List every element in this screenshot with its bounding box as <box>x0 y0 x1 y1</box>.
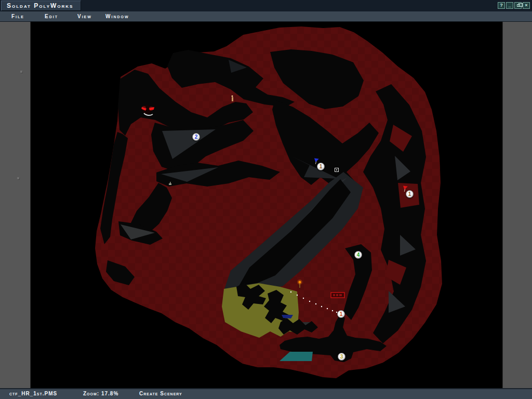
marker-number: 1 <box>320 164 323 169</box>
menu-edit[interactable]: Edit <box>43 12 60 20</box>
marker-number: 1 <box>408 192 411 197</box>
spawn-marker[interactable]: 2 <box>192 133 200 141</box>
left-tool-panel <box>0 22 31 388</box>
menu-view[interactable]: View <box>75 12 94 20</box>
spawn-marker[interactable]: 3 <box>338 353 345 361</box>
menu-window[interactable]: Window <box>103 12 131 20</box>
flag-spawn-marker[interactable]: 1 <box>317 163 325 170</box>
window-controls: ? _ × <box>498 2 530 9</box>
status-bar: ctf_HR_1st.PMS Zoom: 17.8% Create Scener… <box>0 388 532 399</box>
map-viewport <box>31 22 502 388</box>
marker-number: 4 <box>357 252 360 258</box>
spawn-marker[interactable]: 4 <box>354 251 362 259</box>
status-zoom-level: Zoom: 17.8% <box>83 391 118 396</box>
window-title: Soldat PolyWorks <box>7 2 73 9</box>
restore-icon <box>517 4 520 7</box>
right-tool-panel <box>502 22 532 388</box>
status-filename: ctf_HR_1st.PMS <box>9 391 57 396</box>
status-tool-mode: Create Scenery <box>139 391 182 396</box>
restore-button[interactable] <box>514 2 522 9</box>
menu-bar: File Edit View Window <box>0 11 532 22</box>
small-figure-scenery[interactable] <box>232 96 234 102</box>
marker-number: 2 <box>195 135 198 140</box>
panel-speck <box>20 71 22 73</box>
red-sign-scenery[interactable] <box>331 292 344 298</box>
selection-square[interactable] <box>335 168 339 172</box>
marker-number: 3 <box>340 354 343 360</box>
marker-number: 1 <box>340 312 343 317</box>
map-canvas[interactable] <box>31 22 502 388</box>
spawn-marker[interactable]: 1 <box>337 310 345 318</box>
panel-speck <box>17 177 19 179</box>
flag-spawn-marker[interactable]: 1 <box>406 190 414 198</box>
minimize-button[interactable]: _ <box>506 2 513 9</box>
close-button[interactable]: × <box>523 2 530 9</box>
title-bar: Soldat PolyWorks ? _ × <box>0 0 532 11</box>
title-plate: Soldat PolyWorks <box>1 1 81 11</box>
menu-file[interactable]: File <box>9 12 26 20</box>
help-button[interactable]: ? <box>498 2 505 9</box>
